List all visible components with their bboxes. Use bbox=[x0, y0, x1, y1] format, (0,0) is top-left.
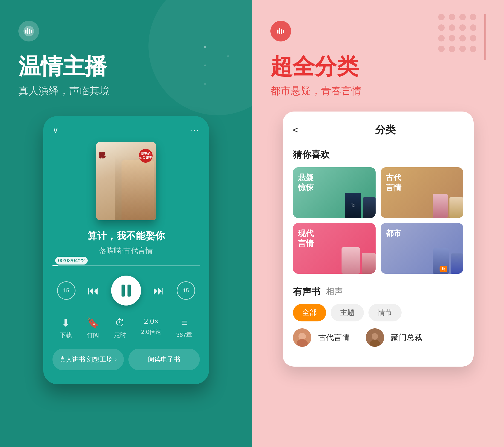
tab-plot[interactable]: 情节 bbox=[368, 304, 402, 321]
svg-rect-4 bbox=[31, 30, 32, 33]
track-title: 算计，我不能娶你 bbox=[53, 230, 200, 242]
svg-rect-3 bbox=[29, 29, 30, 34]
crosstalk-title: 相声 bbox=[326, 286, 343, 297]
skip-forward-label: 15 bbox=[183, 287, 189, 294]
phone-dots-icon[interactable]: ··· bbox=[190, 125, 199, 135]
mystery-label: 悬疑惊悚 bbox=[298, 172, 314, 193]
ancient-book-1 bbox=[433, 194, 448, 218]
phone-chevron-icon[interactable]: ∨ bbox=[53, 125, 58, 135]
narration-button[interactable]: 真人讲书·幻想工场 › bbox=[53, 349, 124, 370]
book-cover-container: 都王的心尖宠妻 bbox=[53, 142, 200, 220]
speed-action[interactable]: 2.0× 2.0倍速 bbox=[141, 317, 161, 339]
mogul-avatar bbox=[366, 328, 384, 347]
narration-arrow: › bbox=[115, 356, 117, 363]
mogul-cat-label: 豪门总裁 bbox=[391, 332, 422, 343]
chapters-label: 367章 bbox=[176, 331, 192, 339]
svg-point-14 bbox=[370, 340, 380, 347]
playback-controls: 15 ⏮ ⏭ 15 bbox=[53, 275, 200, 306]
modern-romance-books bbox=[342, 247, 376, 274]
category-card-urban[interactable]: 都市 热 bbox=[381, 223, 463, 274]
urban-label: 都市 bbox=[386, 228, 401, 238]
speed-label: 2.0倍速 bbox=[141, 328, 161, 336]
subscribe-action[interactable]: 🔖 订阅 bbox=[87, 317, 99, 339]
pause-bar-left bbox=[122, 285, 125, 296]
category-list: 古代言情 豪门总裁 bbox=[293, 328, 463, 347]
skip-back-button[interactable]: 15 bbox=[57, 281, 75, 300]
ebook-label: 阅读电子书 bbox=[148, 355, 180, 364]
svg-point-0 bbox=[23, 26, 34, 36]
cat-header: < 分类 bbox=[293, 123, 463, 137]
modern-romance-label: 现代言情 bbox=[298, 228, 314, 248]
mystery-book-1: 道 bbox=[345, 193, 361, 218]
progress-container: 00:03/04:22 bbox=[53, 265, 200, 266]
cat-screen-title: 分类 bbox=[308, 123, 463, 137]
ancient-book-2 bbox=[450, 197, 463, 218]
timer-icon: ⏱ bbox=[115, 317, 125, 329]
subscribe-label: 订阅 bbox=[87, 331, 99, 339]
svg-rect-7 bbox=[281, 29, 282, 34]
ancient-romance-cat-label: 古代言情 bbox=[318, 332, 350, 343]
pause-button[interactable] bbox=[111, 275, 141, 306]
right-title: 超全分类 bbox=[270, 53, 359, 79]
action-bar: ⬇ 下载 🔖 订阅 ⏱ 定时 2.0× 2.0倍速 ≡ 367章 bbox=[53, 317, 200, 339]
subscribe-icon: 🔖 bbox=[87, 317, 99, 329]
phone-mockup: ∨ ··· 都王的心尖宠妻 算计，我不能娶你 落喵喵·古代言情 00:03/04… bbox=[43, 116, 209, 384]
svg-rect-8 bbox=[283, 30, 284, 33]
svg-point-10 bbox=[299, 333, 306, 340]
timer-action[interactable]: ⏱ 定时 bbox=[114, 317, 126, 339]
audiobook-header: 有声书 相声 bbox=[293, 285, 463, 298]
left-subtitle: 真人演绎，声临其境 bbox=[18, 84, 109, 98]
progress-fill bbox=[53, 265, 58, 266]
urban-book-2 bbox=[450, 253, 463, 274]
svg-rect-1 bbox=[25, 29, 26, 34]
ebook-button[interactable]: 阅读电子书 bbox=[128, 349, 200, 370]
bottom-buttons: 真人讲书·幻想工场 › 阅读电子书 bbox=[53, 349, 200, 370]
book-badge: 都王的心尖宠妻 bbox=[139, 149, 153, 163]
category-card-mystery[interactable]: 悬疑惊悚 道 士 bbox=[293, 167, 376, 218]
left-panel: 温情主播 真人演绎，声临其境 ∨ ··· 都王的心尖宠妻 算计，我不能娶你 落喵… bbox=[0, 0, 252, 447]
download-label: 下载 bbox=[60, 331, 72, 339]
audiobook-section: 有声书 相声 全部 主题 情节 古代言情 bbox=[293, 285, 463, 347]
svg-point-13 bbox=[372, 333, 378, 340]
urban-books: 热 bbox=[433, 248, 463, 274]
prev-track-button[interactable]: ⏮ bbox=[88, 284, 99, 297]
category-grid: 悬疑惊悚 道 士 古代言情 现代言情 bbox=[293, 167, 463, 274]
skip-back-label: 15 bbox=[63, 287, 69, 294]
download-icon: ⬇ bbox=[61, 317, 70, 329]
time-badge: 00:03/04:22 bbox=[55, 257, 88, 265]
hot-badge: 热 bbox=[440, 266, 447, 272]
cat-back-button[interactable]: < bbox=[293, 124, 299, 136]
guess-section-title: 猜你喜欢 bbox=[293, 148, 463, 161]
category-card-modern-romance[interactable]: 现代言情 bbox=[293, 223, 376, 274]
modern-book-2 bbox=[362, 253, 376, 274]
chapters-icon: ≡ bbox=[181, 317, 187, 329]
track-meta: 落喵喵·古代言情 bbox=[53, 246, 200, 256]
pause-bar-right bbox=[127, 285, 131, 296]
tab-all[interactable]: 全部 bbox=[293, 304, 326, 321]
svg-rect-5 bbox=[277, 29, 278, 34]
left-title: 温情主播 bbox=[18, 53, 107, 79]
category-card-ancient-romance[interactable]: 古代言情 bbox=[381, 167, 463, 218]
mystery-books: 道 士 bbox=[345, 193, 376, 218]
category-screen: < 分类 猜你喜欢 悬疑惊悚 道 士 古代言情 bbox=[283, 112, 474, 367]
skip-forward-button[interactable]: 15 bbox=[177, 281, 195, 300]
chapters-action[interactable]: ≡ 367章 bbox=[176, 317, 192, 339]
download-action[interactable]: ⬇ 下载 bbox=[60, 317, 72, 339]
next-track-button[interactable]: ⏭ bbox=[153, 284, 164, 297]
ancient-romance-label: 古代言情 bbox=[386, 172, 401, 193]
ancient-romance-avatar bbox=[293, 328, 311, 347]
tab-theme[interactable]: 主题 bbox=[331, 304, 364, 321]
ancient-romance-books bbox=[433, 194, 463, 218]
speed-icon: 2.0× bbox=[144, 317, 158, 326]
svg-rect-2 bbox=[27, 28, 28, 34]
book-cover: 都王的心尖宠妻 bbox=[96, 142, 156, 220]
urban-book-1: 热 bbox=[433, 248, 449, 274]
pause-icon bbox=[122, 285, 131, 296]
mystery-book-2: 士 bbox=[363, 197, 376, 218]
book-figure-decoration bbox=[122, 160, 154, 220]
book-cover-art: 都王的心尖宠妻 bbox=[96, 142, 156, 220]
progress-bar[interactable] bbox=[53, 265, 200, 266]
right-subtitle: 都市悬疑，青春言情 bbox=[270, 84, 361, 98]
right-logo bbox=[270, 21, 291, 41]
audiobook-title: 有声书 bbox=[293, 285, 321, 298]
